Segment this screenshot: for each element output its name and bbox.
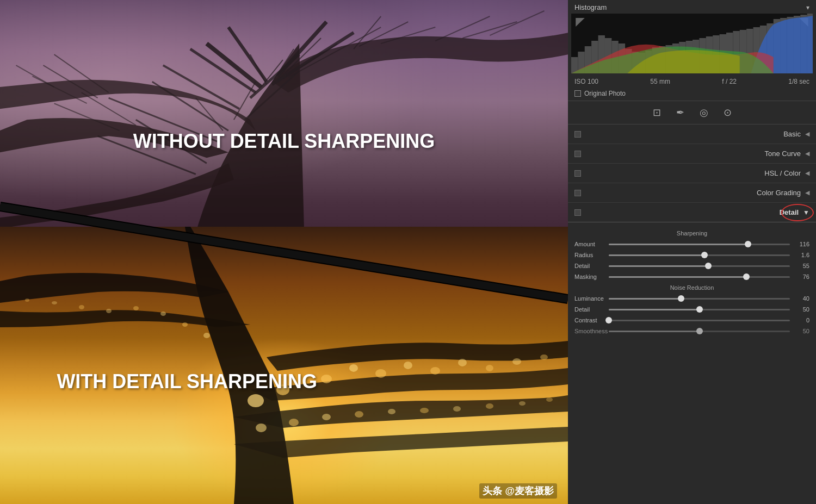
svg-point-56 [160,312,166,316]
meta-focal: 55 mm [650,78,670,85]
svg-point-49 [420,408,429,413]
svg-point-58 [106,309,112,313]
svg-point-57 [133,306,139,310]
detail-panel-arrow: ▼ [803,209,809,216]
slider-value-detail-sharp: 55 [794,263,809,269]
panel-row-color-grading[interactable]: Color Grading ◀ [568,183,816,203]
panel-arrow-basic: ◀ [805,130,809,138]
slider-value-radius: 1.6 [794,252,809,258]
original-photo-row[interactable]: Original Photo [568,88,816,101]
svg-point-59 [79,305,84,309]
svg-point-40 [458,359,467,366]
panel-name-hsl: HSL / Color [586,169,801,177]
slider-label-radius: Radius [574,252,604,258]
panel-name-color-grading: Color Grading [586,189,801,197]
svg-point-39 [430,367,440,375]
slider-label-masking: Masking [574,273,604,280]
toolbar: ⊡ ✒ ◎ ⊙ [568,101,816,125]
photo-bottom [0,227,568,504]
slider-label-detail-sharp: Detail [574,263,604,269]
slider-label-detail-noise: Detail [574,306,604,313]
slider-row-luminance: Luminance 40 [574,295,809,302]
slider-value-smoothness: 50 [794,328,809,334]
svg-line-26 [490,11,544,35]
svg-point-35 [321,375,332,383]
svg-point-61 [25,298,29,302]
meta-shutter: 1/8 sec [788,78,809,85]
noise-reduction-title: Noise Reduction [574,284,809,291]
slider-row-radius: Radius 1.6 [574,252,809,258]
panel-name-basic: Basic [586,130,801,138]
svg-line-25 [462,22,517,38]
slider-track-detail-noise[interactable] [609,309,790,310]
panel-toggle-hsl[interactable] [574,170,581,177]
meta-iso: ISO 100 [574,78,598,85]
panel-row-tone-curve[interactable]: Tone Curve ◀ [568,144,816,164]
slider-label-smoothness: Smoothness [574,328,604,334]
panel-row-hsl[interactable]: HSL / Color ◀ [568,164,816,183]
svg-point-53 [546,397,553,402]
histogram-section: Histogram ▾ [568,0,816,101]
svg-point-60 [52,301,57,304]
slider-row-detail-noise: Detail 50 [574,306,809,313]
svg-point-36 [349,364,358,372]
detail-content: Sharpening Amount 116 Radius 1.6 [568,222,816,343]
slider-row-smoothness: Smoothness 50 [574,328,809,334]
slider-label-amount: Amount [574,241,604,247]
slider-value-detail-noise: 50 [794,306,809,313]
crop-icon[interactable]: ⊡ [653,107,661,119]
svg-point-55 [182,322,188,327]
watermark: 头条 @麦客摄影 [479,483,557,499]
slider-row-amount: Amount 116 [574,241,809,247]
slider-track-smoothness[interactable] [609,331,790,332]
panel-row-basic[interactable]: Basic ◀ [568,125,816,144]
svg-point-51 [486,403,493,409]
slider-row-masking: Masking 76 [574,273,809,280]
slider-track-amount[interactable] [609,244,790,245]
detail-panel-toggle[interactable] [574,209,581,216]
slider-label-luminance: Luminance [574,295,604,302]
svg-point-48 [388,409,395,414]
svg-line-24 [435,16,490,41]
panel-arrow-color-grading: ◀ [805,189,809,196]
panel-toggle-basic[interactable] [574,131,581,138]
slider-value-masking: 76 [794,273,809,280]
original-photo-checkbox[interactable] [574,90,581,97]
svg-point-45 [289,419,299,426]
slider-track-masking[interactable] [609,276,790,278]
histogram-meta: ISO 100 55 mm f / 22 1/8 sec [568,76,816,88]
svg-point-52 [519,401,526,406]
slider-label-contrast-noise: Contrast [574,317,604,323]
panels-list: Basic ◀ Tone Curve ◀ HSL / Color ◀ Color… [568,125,816,504]
slider-track-radius[interactable] [609,254,790,256]
photo-area: WITHOUT DETAIL SHARPENING WITH DETAIL SH… [0,0,568,504]
slider-track-detail-sharp[interactable] [609,265,790,267]
slider-value-amount: 116 [794,241,809,247]
panel-arrow-hsl: ◀ [805,170,809,177]
detail-panel-label: Detail [586,208,799,216]
slider-row-contrast-noise: Contrast 0 [574,317,809,323]
eye-icon[interactable]: ◎ [700,107,708,119]
histogram-expand-icon[interactable]: ▾ [806,4,809,11]
text-with: WITH DETAIL SHARPENING [57,370,317,393]
slider-value-luminance: 40 [794,295,809,302]
slider-value-contrast-noise: 0 [794,317,809,323]
detail-panel-header[interactable]: Detail ▼ [568,203,816,222]
meta-aperture: f / 22 [722,78,737,85]
panel-toggle-color-grading[interactable] [574,190,581,196]
svg-point-38 [404,362,412,369]
svg-point-54 [203,333,210,338]
svg-point-50 [453,406,461,412]
brush-icon[interactable]: ✒ [676,107,684,119]
right-panel: Histogram ▾ [568,0,816,504]
sharpening-title: Sharpening [574,230,809,237]
panel-toggle-tone-curve[interactable] [574,151,581,157]
slider-track-contrast-noise[interactable] [609,320,790,321]
original-photo-label: Original Photo [584,90,626,97]
slider-track-luminance[interactable] [609,298,790,300]
histogram-canvas [571,14,813,73]
svg-point-41 [486,365,493,371]
svg-point-47 [355,411,363,418]
panel-arrow-tone-curve: ◀ [805,150,809,157]
radial-icon[interactable]: ⊙ [724,107,732,119]
